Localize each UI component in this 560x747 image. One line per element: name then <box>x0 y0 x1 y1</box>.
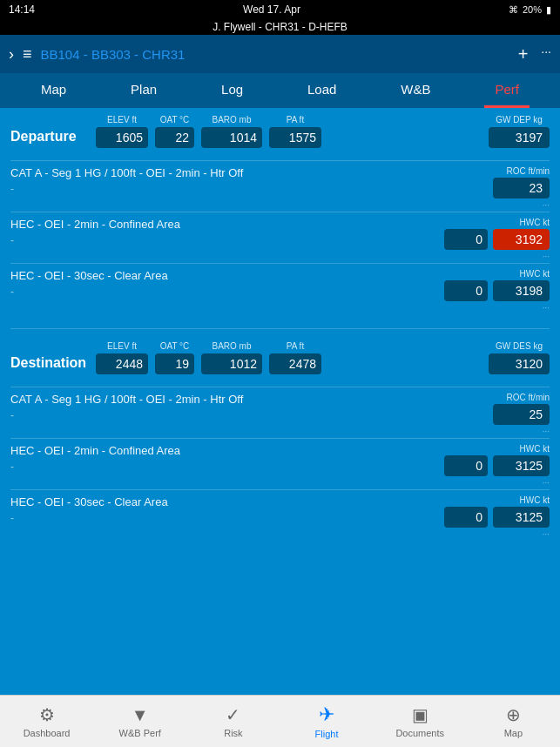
departure-pa-label: PA ft <box>287 115 304 124</box>
departure-oat-input[interactable] <box>155 127 194 148</box>
departure-elev-group: ELEV ft <box>96 115 148 148</box>
destination-params-row: Destination ELEV ft OAT °C BARO mb PA ft… <box>10 341 550 374</box>
destination-elev-group: ELEV ft <box>96 341 148 374</box>
dep-seg-1-dots: ··· <box>543 200 550 210</box>
departure-baro-input[interactable] <box>201 127 262 148</box>
departure-elev-input[interactable] <box>96 127 148 148</box>
dep-seg-3-hwc-input[interactable] <box>444 280 488 301</box>
dest-seg-2-result-input[interactable] <box>493 455 550 476</box>
dest-seg-1-right: ROC ft/min ··· <box>493 393 550 436</box>
departure-gw-input[interactable] <box>489 127 550 148</box>
wb-perf-icon: ▼ <box>132 705 149 725</box>
departure-section: Departure ELEV ft OAT °C BARO mb PA ft G… <box>0 108 560 160</box>
dest-seg-2-hwc-input[interactable] <box>444 455 488 476</box>
battery-icon: ▮ <box>546 4 551 16</box>
dep-seg-3-hwc-label: HWC kt <box>520 269 550 279</box>
bottom-tab-dashboard[interactable]: ⚙ Dashboard <box>21 704 73 738</box>
destination-baro-input[interactable] <box>201 353 262 374</box>
bottom-tab-wb-perf[interactable]: ▼ W&B Perf <box>114 705 166 738</box>
tab-perf[interactable]: Perf <box>484 73 530 108</box>
status-date: Wed 17. Apr <box>243 3 300 16</box>
map-icon: ⊕ <box>506 704 521 725</box>
dep-seg-1-roc-input[interactable] <box>493 178 550 199</box>
dest-seg-2-right: HWC kt ··· <box>444 444 550 488</box>
destination-elev-input[interactable] <box>96 353 148 374</box>
dep-seg-2-right: HWC kt ··· <box>444 218 550 261</box>
map-label: Map <box>504 728 523 738</box>
dest-seg-3-row: HEC - OEI - 30sec - Clear Area - HWC kt … <box>10 495 550 539</box>
dep-seg-3-left: HEC - OEI - 30sec - Clear Area - <box>10 269 444 298</box>
dest-seg-2: HEC - OEI - 2min - Confined Area - HWC k… <box>0 439 560 489</box>
dep-seg-2-left: HEC - OEI - 2min - Confined Area - <box>10 218 444 246</box>
departure-oat-label: OAT °C <box>160 115 190 124</box>
destination-baro-group: BARO mb <box>201 341 262 374</box>
dest-seg-2-dots: ··· <box>543 478 550 488</box>
bottom-spacer <box>0 541 560 558</box>
departure-gw-label: GW DEP kg <box>496 115 543 124</box>
dep-seg-2: HEC - OEI - 2min - Confined Area - HWC k… <box>0 212 560 263</box>
dep-seg-1-dash: - <box>10 183 493 195</box>
dep-seg-1-right: ROC ft/min ··· <box>493 166 550 210</box>
destination-pa-group: PA ft <box>269 341 321 374</box>
dest-seg-1-roc-input[interactable] <box>493 404 550 425</box>
dep-seg-3-title: HEC - OEI - 30sec - Clear Area <box>10 269 444 282</box>
bottom-tab-documents[interactable]: ▣ Documents <box>394 704 446 738</box>
dep-seg-1: CAT A - Seg 1 HG / 100ft - OEI - 2min - … <box>0 161 560 212</box>
departure-gw-group: GW DEP kg <box>489 115 550 148</box>
dest-seg-3-result-input[interactable] <box>493 507 550 528</box>
destination-pa-label: PA ft <box>287 341 304 351</box>
tab-bar: Map Plan Log Load W&B Perf <box>0 73 560 108</box>
destination-pa-input[interactable] <box>269 353 321 374</box>
dep-seg-2-hwc-label: HWC kt <box>520 218 550 227</box>
departure-pa-input[interactable] <box>269 127 321 148</box>
pilot-info-bar: J. Flywell - CHR31 - D-HEFB <box>0 19 560 35</box>
tab-log[interactable]: Log <box>211 73 253 108</box>
departure-elev-label: ELEV ft <box>107 115 137 124</box>
dep-seg-3-inputs <box>444 280 550 301</box>
bottom-tab-bar: ⚙ Dashboard ▼ W&B Perf ✓ Risk ✈ Flight ▣… <box>0 695 560 747</box>
departure-baro-label: BARO mb <box>212 115 251 124</box>
bottom-tab-flight[interactable]: ✈ Flight <box>300 703 353 739</box>
tab-plan[interactable]: Plan <box>120 73 167 108</box>
flight-label: Flight <box>315 729 339 739</box>
departure-params-row: Departure ELEV ft OAT °C BARO mb PA ft G… <box>10 115 550 148</box>
status-bar: 14:14 Wed 17. Apr ⌘ 20% ▮ <box>0 0 560 19</box>
dest-seg-3-title: HEC - OEI - 30sec - Clear Area <box>10 495 444 508</box>
destination-gw-group: GW DES kg <box>489 341 550 374</box>
menu-icon[interactable]: ≡ <box>23 45 32 64</box>
dest-seg-2-left: HEC - OEI - 2min - Confined Area - <box>10 444 444 473</box>
dep-seg-3-right: HWC kt ··· <box>444 269 550 313</box>
main-content: Departure ELEV ft OAT °C BARO mb PA ft G… <box>0 108 560 710</box>
dep-seg-2-hwc-input[interactable] <box>444 229 488 250</box>
dest-seg-1: CAT A - Seg 1 HG / 100ft - OEI - 2min - … <box>0 387 560 438</box>
nav-bar: › ≡ BB104 - BB303 - CHR31 + ··· <box>0 35 560 73</box>
dep-seg-2-inputs <box>444 229 550 250</box>
status-time: 14:14 <box>9 3 35 16</box>
dep-seg-3-result-input[interactable] <box>493 280 550 301</box>
flight-icon: ✈ <box>319 703 334 726</box>
dest-seg-3-right: HWC kt ··· <box>444 495 550 539</box>
add-icon[interactable]: + <box>518 44 529 64</box>
dest-seg-2-title: HEC - OEI - 2min - Confined Area <box>10 444 444 457</box>
tab-wb[interactable]: W&B <box>390 73 441 108</box>
dest-seg-1-dash: - <box>10 409 493 421</box>
back-chevron-icon[interactable]: › <box>9 45 14 64</box>
dep-seg-2-result-input[interactable] <box>493 229 550 250</box>
departure-oat-group: OAT °C <box>155 115 194 148</box>
dest-seg-3-inputs <box>444 507 550 528</box>
dest-seg-2-hwc-label: HWC kt <box>520 444 550 454</box>
destination-gw-input[interactable] <box>489 353 550 374</box>
bottom-tab-map[interactable]: ⊕ Map <box>487 704 539 738</box>
risk-icon: ✓ <box>226 704 240 725</box>
more-icon[interactable]: ··· <box>541 44 551 64</box>
destination-baro-label: BARO mb <box>212 341 251 351</box>
dest-seg-1-left: CAT A - Seg 1 HG / 100ft - OEI - 2min - … <box>10 393 493 421</box>
dest-seg-3-hwc-input[interactable] <box>444 507 488 528</box>
destination-gw-label: GW DES kg <box>496 341 543 351</box>
bottom-tab-risk[interactable]: ✓ Risk <box>207 704 260 738</box>
nav-title: BB104 - BB303 - CHR31 <box>41 47 186 62</box>
destination-oat-input[interactable] <box>155 353 194 374</box>
tab-load[interactable]: Load <box>297 73 347 108</box>
tab-map[interactable]: Map <box>30 73 77 108</box>
dest-seg-1-dots: ··· <box>543 427 550 436</box>
